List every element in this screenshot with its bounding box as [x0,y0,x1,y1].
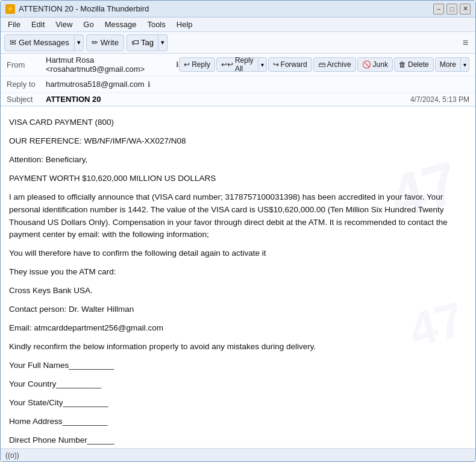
delete-label: Delete [408,60,429,69]
get-messages-dropdown[interactable]: ▾ [75,34,84,51]
body-line6: You will therefore have to confirm the f… [9,247,467,260]
junk-button[interactable]: 🚫 Junk [357,57,393,72]
more-dropdown[interactable]: ▾ [461,57,469,72]
reply-all-group: ↩↩ Reply All ▾ [216,57,267,72]
from-value: Hartmut Rosa <rosahartmut9@gmail.com> [46,55,172,74]
reply-all-label: Reply All [235,56,254,73]
minimize-button[interactable]: − [433,4,444,14]
body-line8: Cross Keys Bank USA. [9,285,467,297]
more-button[interactable]: More [435,57,461,72]
body-line15: Home Address__________ [9,416,467,428]
menu-view[interactable]: View [51,19,77,30]
tag-icon: 🏷 [131,38,139,47]
subject-value: ATTENTION 20 [46,95,410,104]
body-line11: Kindly reconfirm the below information p… [9,341,467,353]
hamburger-button[interactable]: ≡ [459,36,472,50]
tag-label: Tag [141,38,154,47]
connection-icon: ((o)) [5,451,19,460]
menu-bar: File Edit View Go Message Tools Help [1,17,475,32]
junk-icon: 🚫 [362,60,371,69]
archive-button[interactable]: 🗃 Archive [313,57,356,72]
menu-message[interactable]: Message [100,19,142,30]
delete-button[interactable]: 🗑 Delete [394,57,434,72]
reply-icon: ↩ [184,60,190,69]
body-line1: VISA CARD PAYMENT (800) [9,116,467,129]
menu-edit[interactable]: Edit [27,19,49,30]
reply-to-info-icon[interactable]: ℹ [148,80,151,89]
delete-icon: 🗑 [399,60,406,69]
window-title: ATTENTION 20 - Mozilla Thunderbird [19,4,149,13]
from-label: From [7,60,46,69]
body-line10: Email: atmcarddepartment256@gmail.com [9,322,467,335]
body-line12: Your Full Names__________ [9,359,467,372]
subject-label: Subject [7,95,46,104]
body-line14: Your State/City__________ [9,397,467,410]
envelope-icon: ✉ [10,38,16,47]
get-messages-group: ✉ Get Messages ▾ [4,34,84,51]
archive-label: Archive [327,60,351,69]
body-line5: I am pleased to officially announce that… [9,191,467,242]
subject-row: Subject ATTENTION 20 4/7/2024, 5:13 PM [1,93,475,106]
reply-label: Reply [192,60,210,69]
forward-button[interactable]: ↪ Forward [268,57,312,72]
menu-go[interactable]: Go [78,19,98,30]
toolbar: ✉ Get Messages ▾ ✏ Write 🏷 Tag ▾ ≡ [1,32,475,54]
more-label: More [440,60,456,69]
body-line13: Your Country__________ [9,378,467,391]
reply-all-dropdown[interactable]: ▾ [258,57,267,72]
reply-to-label: Reply to [7,80,46,89]
reply-button[interactable]: ↩ Reply [179,57,215,72]
menu-file[interactable]: File [3,19,25,30]
write-button[interactable]: ✏ Write [86,34,124,51]
more-group: More ▾ [435,57,469,72]
from-row: From Hartmut Rosa <rosahartmut9@gmail.co… [1,54,475,76]
body-line4: PAYMENT WORTH $10,620,000 MILLION US DOL… [9,172,467,185]
get-messages-button[interactable]: ✉ Get Messages [4,34,75,51]
write-label: Write [101,38,119,47]
reply-all-icon: ↩↩ [221,60,233,69]
app-icon: ⚡ [5,4,15,14]
reply-to-row: Reply to hartmutrosa518@gmail.com ℹ [1,76,475,93]
close-button[interactable]: ✕ [460,4,471,14]
archive-icon: 🗃 [318,60,325,69]
maximize-button[interactable]: □ [446,4,457,14]
body-line3: Attention: Beneficiary, [9,154,467,166]
email-date: 4/7/2024, 5:13 PM [410,95,469,104]
forward-label: Forward [281,60,307,69]
body-line9: Contact person: Dr. Walter Hillman [9,303,467,316]
email-body: 47 47 VISA CARD PAYMENT (800) OUR REFERE… [1,107,475,448]
tag-dropdown[interactable]: ▾ [158,34,168,51]
reply-to-value: hartmutrosa518@gmail.com [46,80,144,89]
email-action-buttons: ↩ Reply ↩↩ Reply All ▾ ↪ Forward 🗃 Archi… [179,57,469,72]
tag-group: 🏷 Tag ▾ [127,34,168,51]
body-line16: Direct Phone Number______ [9,434,467,447]
get-messages-label: Get Messages [19,38,69,47]
body-line7: They issue you the ATM card: [9,266,467,279]
window-controls: − □ ✕ [433,4,471,14]
menu-tools[interactable]: Tools [142,19,170,30]
title-bar: ⚡ ATTENTION 20 - Mozilla Thunderbird − □… [1,1,475,17]
menu-help[interactable]: Help [172,19,198,30]
tag-button[interactable]: 🏷 Tag [127,34,158,51]
junk-label: Junk [373,60,388,69]
email-header: From Hartmut Rosa <rosahartmut9@gmail.co… [1,54,475,107]
pencil-icon: ✏ [92,38,98,47]
reply-all-button[interactable]: ↩↩ Reply All [216,57,258,72]
status-bar: ((o)) [1,448,475,461]
body-line2: OUR REFERENCE: WB/NF/IMF/WA-XX027/N08 [9,135,467,148]
forward-icon: ↪ [273,60,279,69]
